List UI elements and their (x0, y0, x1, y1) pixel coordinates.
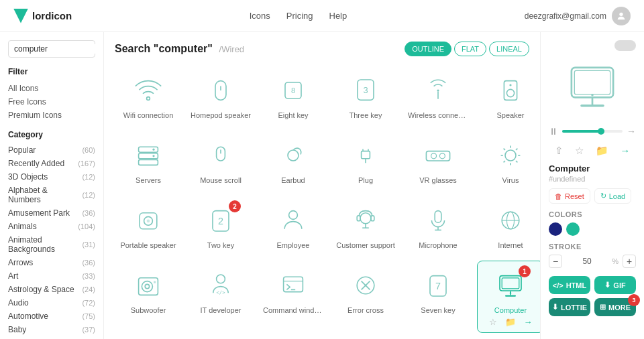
icon-cell[interactable]: 3Three key (332, 66, 399, 125)
logo-text: lordicon (32, 10, 72, 21)
category-item[interactable]: Recently Added(167) (8, 157, 95, 170)
svg-point-25 (431, 153, 437, 159)
icon-cell[interactable]: Command window (260, 261, 327, 333)
bookmark-icon[interactable]: ☆ (575, 145, 584, 157)
svg-rect-75 (580, 105, 604, 107)
icon-cell[interactable]: Employee (260, 196, 327, 255)
icon-cell[interactable]: Error cross (332, 261, 399, 333)
share-icon[interactable]: ⇧ (555, 145, 564, 157)
icon-cell[interactable]: Servers (115, 131, 182, 190)
icon-image: 7 (421, 268, 455, 303)
svg-rect-13 (139, 153, 158, 159)
svg-rect-43 (357, 216, 360, 221)
stroke-increase[interactable]: + (623, 255, 636, 268)
pause-button[interactable]: ⏸ (549, 126, 558, 137)
download-lottie-button[interactable]: ⬇ LOTTIE (549, 298, 590, 316)
icon-cell[interactable]: Customer support (332, 196, 399, 255)
filter-free-icons[interactable]: Free Icons (8, 95, 95, 109)
icon-cell[interactable]: Mouse scroll (187, 131, 254, 190)
category-item[interactable]: Alphabet & Numbers(12) (8, 184, 95, 206)
icon-image (131, 138, 166, 173)
category-item[interactable]: Popular(60) (8, 143, 95, 157)
svg-rect-14 (139, 159, 158, 165)
svg-line-34 (504, 161, 505, 162)
icon-cell[interactable]: Portable speaker (115, 196, 182, 255)
svg-point-27 (505, 150, 516, 161)
color-swatch-dark[interactable] (549, 222, 562, 236)
nav-icons[interactable]: Icons (250, 11, 270, 21)
nav-pricing[interactable]: Pricing (286, 11, 313, 21)
icon-cell[interactable]: Speaker (477, 66, 540, 125)
reset-load-area: 🗑 Reset ↻ Load (549, 188, 636, 204)
filter-all-icons[interactable]: All Icons (8, 82, 95, 95)
tab-lineal[interactable]: LINEAL (489, 42, 529, 56)
icons-grid: Wifi connectionHomepod speaker8Eight key… (115, 66, 529, 333)
search-title-area: Search "computer" /Wired (115, 43, 244, 55)
category-item[interactable]: Automotive(75) (8, 310, 95, 323)
load-button[interactable]: ↻ Load (594, 188, 631, 204)
icon-cell[interactable]: Internet (477, 196, 540, 255)
icon-cell[interactable]: </>IT developer (187, 261, 254, 333)
icon-cell[interactable]: 1Computer ☆ 📁 → (477, 261, 540, 333)
download-gif-button[interactable]: ⬇ GIF (594, 276, 636, 294)
svg-text:3: 3 (363, 85, 368, 95)
preview-toggle[interactable] (614, 40, 636, 51)
category-list: Popular(60)Recently Added(167)3D Objects… (8, 143, 95, 339)
avatar[interactable] (612, 7, 631, 25)
cell-arrow-icon[interactable]: → (524, 317, 533, 327)
icon-cell[interactable]: Wifi connection (115, 66, 182, 125)
category-item[interactable]: Beauty & Spa(62) (8, 336, 95, 339)
svg-rect-47 (435, 211, 441, 223)
icon-cell[interactable]: 7Seven key (405, 261, 472, 333)
stroke-value: 50 (566, 257, 608, 266)
icon-image (131, 203, 166, 238)
download-html-button[interactable]: </> HTML (549, 276, 590, 294)
icon-image (131, 73, 166, 108)
icon-label: Wifi connection (118, 111, 178, 119)
tab-flat[interactable]: FLAT (454, 42, 486, 56)
arrow-right-icon[interactable]: → (620, 145, 630, 157)
download-row-2: ⬇ LOTTIE ⊞ MORE 3 (549, 298, 636, 316)
category-item[interactable]: Audio(72) (8, 296, 95, 310)
icon-cell[interactable]: Subwoofer (115, 261, 182, 333)
content-header: Search "computer" /Wired OUTLINE FLAT LI… (115, 42, 529, 56)
cell-star-icon[interactable]: ☆ (489, 317, 497, 327)
color-swatch-green[interactable] (566, 222, 580, 236)
icon-cell[interactable]: Earbud (260, 131, 327, 190)
icon-cell[interactable]: 8Eight key (260, 66, 327, 125)
download-more-button[interactable]: ⊞ MORE 3 (594, 298, 636, 316)
category-item[interactable]: Astrology & Space(24) (8, 283, 95, 296)
category-item[interactable]: Baby(37) (8, 323, 95, 336)
category-item[interactable]: Arrows(36) (8, 256, 95, 269)
tab-outline[interactable]: OUTLINE (405, 42, 451, 56)
svg-point-0 (619, 12, 623, 15)
icon-label: VR glasses (408, 176, 468, 184)
svg-rect-73 (574, 70, 610, 94)
icon-cell[interactable]: Homepod speaker (187, 66, 254, 125)
icon-cell[interactable]: Plug (332, 131, 399, 190)
nav-help[interactable]: Help (329, 11, 347, 21)
svg-rect-17 (217, 147, 225, 161)
icon-cell[interactable]: Wireless connecti... (405, 66, 472, 125)
stroke-decrease[interactable]: − (549, 255, 562, 268)
reset-button[interactable]: 🗑 Reset (549, 188, 590, 204)
icon-cell[interactable]: Microphone (405, 196, 472, 255)
category-item[interactable]: Amusement Park(36) (8, 206, 95, 220)
icon-image (493, 138, 528, 173)
next-step-button[interactable]: → (627, 126, 636, 137)
cell-folder-icon[interactable]: 📁 (505, 317, 516, 327)
icon-label: Speaker (480, 111, 540, 119)
folder-icon[interactable]: 📁 (596, 145, 608, 157)
filter-premium-icons[interactable]: Premium Icons (8, 109, 95, 122)
category-item[interactable]: Animals(104) (8, 220, 95, 233)
search-input[interactable] (14, 44, 104, 54)
icon-cell[interactable]: Virus (477, 131, 540, 190)
progress-slider[interactable] (562, 130, 623, 133)
category-item[interactable]: Animated Backgrounds(31) (8, 233, 95, 256)
category-item[interactable]: 3D Objects(12) (8, 170, 95, 184)
svg-line-35 (516, 161, 517, 162)
category-item[interactable]: Art(33) (8, 269, 95, 283)
icon-cell[interactable]: VR glasses (405, 131, 472, 190)
icon-label: IT developer (191, 306, 251, 314)
icon-cell[interactable]: 22Two key (187, 196, 254, 255)
